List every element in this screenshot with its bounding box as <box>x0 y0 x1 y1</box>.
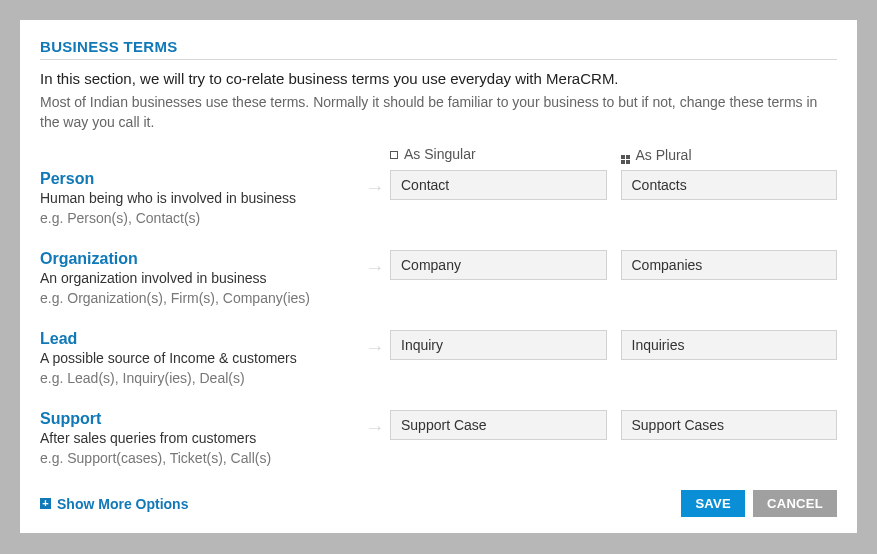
plural-icon <box>621 146 630 164</box>
term-row-lead: Lead A possible source of Income & custo… <box>40 330 837 386</box>
term-label: Organization <box>40 250 360 268</box>
term-row-support: Support After sales queries from custome… <box>40 410 837 466</box>
support-singular-input[interactable] <box>390 410 607 440</box>
term-example: e.g. Support(cases), Ticket(s), Call(s) <box>40 450 360 466</box>
section-title: BUSINESS TERMS <box>40 38 837 60</box>
footer: + Show More Options SAVE CANCEL <box>40 490 837 517</box>
cancel-button[interactable]: CANCEL <box>753 490 837 517</box>
term-row-organization: Organization An organization involved in… <box>40 250 837 306</box>
arrow-right-icon: → <box>360 250 390 282</box>
singular-header-label: As Singular <box>404 146 476 162</box>
show-more-label: Show More Options <box>57 496 188 512</box>
plural-header: As Plural <box>621 146 838 164</box>
lead-singular-input[interactable] <box>390 330 607 360</box>
arrow-right-icon: → <box>360 170 390 202</box>
arrow-right-icon: → <box>360 330 390 362</box>
column-headers: As Singular As Plural <box>40 146 837 164</box>
term-example: e.g. Organization(s), Firm(s), Company(i… <box>40 290 360 306</box>
singular-header: As Singular <box>390 146 607 162</box>
term-label: Person <box>40 170 360 188</box>
organization-singular-input[interactable] <box>390 250 607 280</box>
plural-header-label: As Plural <box>636 147 692 163</box>
term-desc: After sales queries from customers <box>40 430 360 446</box>
term-example: e.g. Lead(s), Inquiry(ies), Deal(s) <box>40 370 360 386</box>
term-example: e.g. Person(s), Contact(s) <box>40 210 360 226</box>
plus-icon: + <box>40 498 51 509</box>
show-more-options[interactable]: + Show More Options <box>40 496 188 512</box>
subintro-text: Most of Indian businesses use these term… <box>40 93 837 132</box>
term-label: Support <box>40 410 360 428</box>
term-desc: A possible source of Income & customers <box>40 350 360 366</box>
term-desc: An organization involved in business <box>40 270 360 286</box>
term-row-person: Person Human being who is involved in bu… <box>40 170 837 226</box>
organization-plural-input[interactable] <box>621 250 838 280</box>
save-button[interactable]: SAVE <box>681 490 745 517</box>
term-desc: Human being who is involved in business <box>40 190 360 206</box>
business-terms-card: BUSINESS TERMS In this section, we will … <box>20 20 857 533</box>
lead-plural-input[interactable] <box>621 330 838 360</box>
person-plural-input[interactable] <box>621 170 838 200</box>
intro-text: In this section, we will try to co-relat… <box>40 70 837 87</box>
support-plural-input[interactable] <box>621 410 838 440</box>
arrow-right-icon: → <box>360 410 390 442</box>
term-label: Lead <box>40 330 360 348</box>
singular-icon <box>390 146 398 162</box>
person-singular-input[interactable] <box>390 170 607 200</box>
